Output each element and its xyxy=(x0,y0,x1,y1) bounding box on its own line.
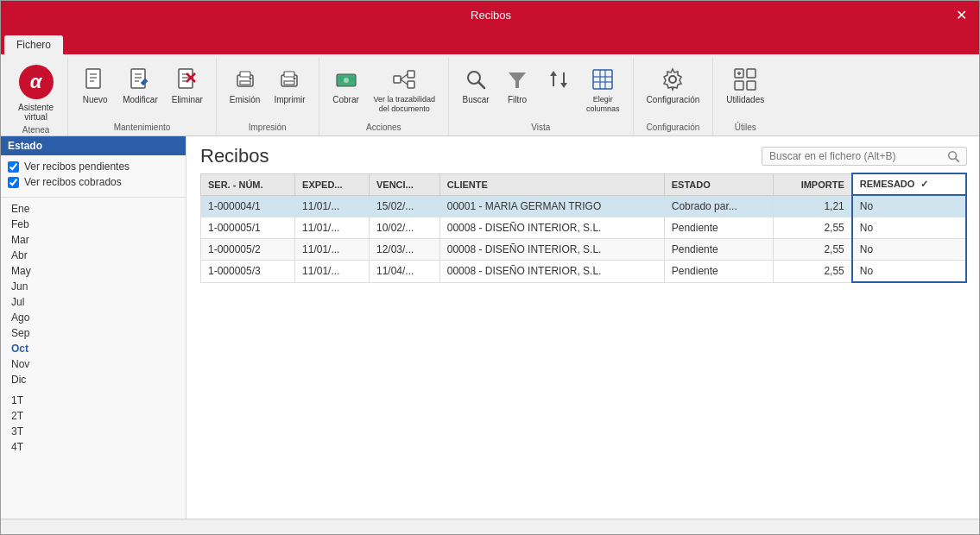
ribbon-group-label-utiles: Útiles xyxy=(735,123,756,135)
ribbon-group-acciones: Cobrar Ver la trazabilidaddel documento … xyxy=(319,58,450,135)
checkbox-cobrados-input[interactable] xyxy=(8,177,19,188)
configuracion-icon xyxy=(659,66,686,93)
svg-rect-25 xyxy=(394,76,401,83)
table-header-row: SER. - NÚM. EXPED... VENCI... CLIENTE ES… xyxy=(201,173,967,195)
quarter-2t[interactable]: 2T xyxy=(8,408,179,424)
buscar-label: Buscar xyxy=(463,95,490,105)
checkbox-pendientes[interactable]: Ver recibos pendientes xyxy=(8,160,179,173)
svg-rect-44 xyxy=(747,69,756,78)
svg-line-29 xyxy=(401,79,408,85)
search-input[interactable] xyxy=(769,150,942,162)
filtro-icon xyxy=(503,66,531,93)
month-ene[interactable]: Ene xyxy=(8,201,179,217)
tab-fichero[interactable]: Fichero xyxy=(4,35,63,54)
svg-marker-34 xyxy=(550,71,557,76)
close-button[interactable]: ✕ xyxy=(941,1,980,28)
month-jul[interactable]: Jul xyxy=(8,294,179,310)
col-venci: VENCI... xyxy=(369,173,439,195)
month-oct[interactable]: Oct xyxy=(8,341,179,356)
table-row[interactable]: 1-000004/111/01/...15/02/...00001 - MARI… xyxy=(201,195,967,217)
emision-button[interactable]: Emisión xyxy=(224,61,267,110)
eliminar-button[interactable]: Eliminar xyxy=(166,61,209,110)
ribbon-tabs: Fichero xyxy=(1,28,980,54)
emision-label: Emisión xyxy=(230,95,261,105)
configuracion-button[interactable]: Configuración xyxy=(641,61,706,110)
col-cliente: CLIENTE xyxy=(439,173,664,195)
checkbox-pendientes-label: Ver recibos pendientes xyxy=(24,160,130,173)
cobrar-label: Cobrar xyxy=(332,95,359,105)
elegir-columnas-button[interactable]: Elegircolumnas xyxy=(580,61,626,118)
cell-venci: 10/02/... xyxy=(369,217,439,239)
quarter-list: 1T 2T 3T 4T xyxy=(1,393,186,455)
asistente-button[interactable]: α Asistentevirtual xyxy=(11,61,60,125)
cell-venci: 11/04/... xyxy=(369,261,439,283)
emision-icon xyxy=(231,66,259,93)
utilidades-label: Utilidades xyxy=(726,95,764,105)
cell-venci: 12/03/... xyxy=(369,239,439,261)
eliminar-icon xyxy=(174,66,201,93)
title-bar: Recibos ✕ xyxy=(1,1,980,28)
cell-exped: 11/01/... xyxy=(295,261,370,283)
asistente-label: Asistentevirtual xyxy=(18,103,54,122)
utilidades-icon xyxy=(731,66,759,93)
checkbox-cobrados[interactable]: Ver recibos cobrados xyxy=(8,176,179,188)
cell-estado: Cobrado par... xyxy=(664,195,773,217)
month-sep[interactable]: Sep xyxy=(8,325,179,341)
table-body: 1-000004/111/01/...15/02/...00001 - MARI… xyxy=(201,195,967,282)
utilidades-button[interactable]: Utilidades xyxy=(720,61,770,110)
cell-cliente: 00008 - DISEÑO INTERIOR, S.L. xyxy=(439,261,664,283)
window-title: Recibos xyxy=(471,9,511,22)
cell-importe: 2,55 xyxy=(773,261,852,283)
ribbon-group-label-impresion: Impresión xyxy=(249,123,287,135)
trazabilidad-button[interactable]: Ver la trazabilidaddel documento xyxy=(368,61,442,118)
sidebar-divider xyxy=(1,197,186,198)
month-abr[interactable]: Abr xyxy=(8,248,179,263)
month-feb[interactable]: Feb xyxy=(8,217,179,232)
quarter-3t[interactable]: 3T xyxy=(8,424,179,439)
cell-estado: Pendiente xyxy=(664,217,773,239)
month-ago[interactable]: Ago xyxy=(8,310,179,325)
table-row[interactable]: 1-000005/111/01/...10/02/...00008 - DISE… xyxy=(201,217,967,239)
ordenar-icon xyxy=(545,66,572,93)
ribbon-group-impresion: Emisión Imprimir Impresión xyxy=(217,58,319,135)
cell-remesado: No xyxy=(852,261,966,283)
cobrar-icon xyxy=(332,66,360,93)
nuevo-button[interactable]: Nuevo xyxy=(75,61,115,110)
modificar-button[interactable]: Modificar xyxy=(117,61,164,110)
buscar-button[interactable]: Buscar xyxy=(456,61,496,110)
month-jun[interactable]: Jun xyxy=(8,279,179,294)
modificar-icon xyxy=(126,66,154,93)
quarter-1t[interactable]: 1T xyxy=(8,393,179,408)
table-row[interactable]: 1-000005/311/01/...11/04/...00008 - DISE… xyxy=(201,261,967,283)
svg-point-17 xyxy=(249,78,251,80)
buscar-icon xyxy=(462,66,490,93)
app-window: Recibos ✕ Fichero α Asistentevirtual Ate… xyxy=(1,1,980,535)
cobrar-button[interactable]: Cobrar xyxy=(326,61,366,110)
svg-rect-26 xyxy=(408,71,414,78)
svg-line-28 xyxy=(401,74,408,79)
recibos-table: SER. - NÚM. EXPED... VENCI... CLIENTE ES… xyxy=(200,173,967,283)
search-icon xyxy=(947,150,959,162)
quarter-4t[interactable]: 4T xyxy=(8,439,179,455)
cell-cliente: 00001 - MARIA GERMAN TRIGO xyxy=(439,195,664,217)
filtro-button[interactable]: Filtro xyxy=(497,61,537,110)
month-mar[interactable]: Mar xyxy=(8,232,179,248)
ribbon-group-atenea: α Asistentevirtual Atenea xyxy=(4,58,68,135)
table-row[interactable]: 1-000005/211/01/...12/03/...00008 - DISE… xyxy=(201,239,967,261)
svg-rect-15 xyxy=(240,72,250,77)
ordenar-button[interactable] xyxy=(539,61,579,99)
svg-rect-45 xyxy=(735,81,743,90)
cell-ser-num: 1-000005/2 xyxy=(201,239,295,261)
checkbox-pendientes-input[interactable] xyxy=(8,161,19,173)
ribbon-group-label-acciones: Acciones xyxy=(366,123,401,135)
svg-point-42 xyxy=(669,76,676,83)
imprimir-button[interactable]: Imprimir xyxy=(268,61,311,110)
month-dic[interactable]: Dic xyxy=(8,372,179,387)
month-may[interactable]: May xyxy=(8,263,179,279)
cell-remesado: No xyxy=(852,217,966,239)
ribbon: α Asistentevirtual Atenea Nuevo xyxy=(1,54,980,136)
cell-venci: 15/02/... xyxy=(369,195,439,217)
month-nov[interactable]: Nov xyxy=(8,356,179,372)
ribbon-group-utiles: Utilidades Útiles xyxy=(713,58,777,135)
ribbon-group-label-mantenimiento: Mantenimiento xyxy=(114,123,171,135)
